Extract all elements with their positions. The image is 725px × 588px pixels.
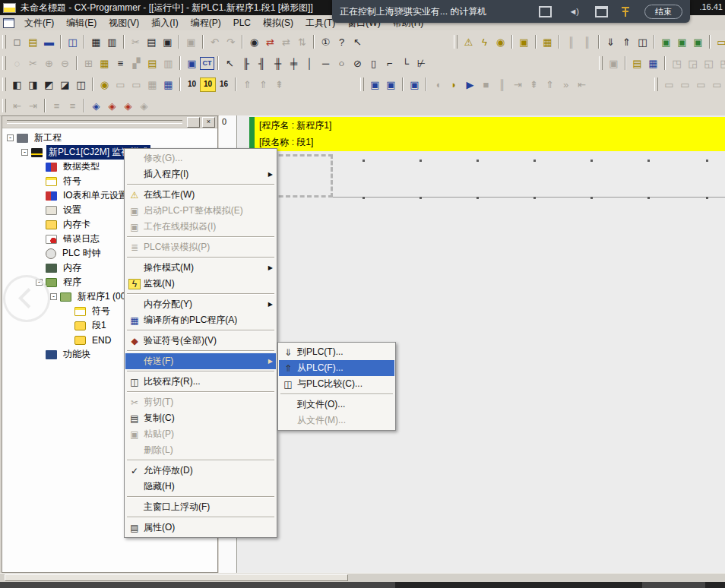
window-split-icon[interactable]: ◫ [73, 77, 89, 93]
address-ref-icon[interactable]: ≡ [112, 55, 128, 71]
menu-item-from-file[interactable]: 从文件(M)... [279, 413, 394, 428]
menu-item-compare-with-plc[interactable]: ◫与PLC比较(C)... [279, 376, 394, 392]
menu-item-verify-symbols-all[interactable]: ◆验证符号(全部)(V) [125, 333, 276, 349]
invert-icon[interactable]: ⌐ [381, 55, 397, 71]
io-table-icon[interactable]: ▭ [714, 34, 725, 50]
or-contact-nc-icon[interactable]: ╪ [286, 55, 302, 71]
menu-view[interactable]: 视图(V) [103, 17, 145, 30]
mini-4-icon[interactable]: ◰ [717, 55, 725, 71]
work-online-icon[interactable]: ⚠ [461, 34, 476, 50]
comment-list-icon[interactable]: ≡ [49, 98, 65, 114]
pause-a-icon[interactable]: ║ [563, 34, 579, 50]
menu-item-properties[interactable]: ▤属性(O) [125, 520, 276, 536]
menu-item-monitor[interactable]: ϟ监视(N) [125, 276, 276, 292]
rung-comment-block[interactable]: [程序名 : 新程序1] [段名称 : 段1] [255, 117, 725, 151]
watch-2-icon[interactable]: ◉ [97, 77, 112, 93]
upload-from-plc-icon[interactable]: ⇑ [619, 34, 635, 50]
contact-no-icon[interactable]: ╟ [238, 55, 254, 71]
find-replace-2-icon[interactable]: ⇄ [278, 34, 294, 50]
sim-settings-icon[interactable]: ▣ [407, 77, 423, 93]
far-right-4-icon[interactable]: ▭ [709, 77, 725, 93]
menu-item-float-on-main-window[interactable]: 主窗口上浮动(F) [125, 499, 276, 515]
decimal-icon[interactable]: 10 [184, 77, 200, 93]
diff-b-icon[interactable]: ◈ [104, 98, 120, 114]
find-online-icon[interactable]: ◉ [492, 34, 508, 50]
menu-item-delete[interactable]: 删除(L) [125, 442, 276, 458]
redo-icon[interactable]: ↷ [223, 34, 239, 50]
step-run-icon[interactable]: ⇥ [510, 77, 526, 93]
new-file-icon[interactable]: □ [9, 34, 25, 50]
panel-menu-button[interactable] [187, 117, 200, 128]
diff-a-icon[interactable]: ◈ [88, 98, 104, 114]
signed-decimal-icon[interactable]: 10 [200, 77, 216, 92]
menu-plc[interactable]: PLC [227, 17, 257, 28]
online-edit-icon[interactable]: ▣ [516, 34, 532, 50]
cut-icon[interactable]: ✂ [128, 34, 144, 50]
rung-wrap-icon[interactable]: ≡ [65, 98, 81, 114]
copy-icon[interactable]: ▤ [144, 34, 160, 50]
window-toggle-icon[interactable] [595, 6, 608, 17]
hexadecimal-icon[interactable]: 16 [216, 77, 232, 93]
replace-icon[interactable]: ⇄ [262, 34, 278, 50]
open-file-icon[interactable]: ▤ [25, 34, 41, 50]
step-out-icon[interactable]: ⇑ [542, 77, 558, 93]
far-right-1-icon[interactable]: ▭ [661, 77, 677, 93]
online-a-icon[interactable]: ▣ [658, 34, 674, 50]
undo-icon[interactable]: ↶ [207, 34, 223, 50]
window-cascade-icon[interactable]: ◧ [9, 77, 25, 93]
panel-close-button[interactable]: × [202, 117, 215, 128]
save-icon[interactable]: ▬ [41, 34, 57, 50]
menu-item-plc-error-simulation[interactable]: ≣PLC错误模拟(P) [125, 239, 276, 255]
monitor-pair-icon[interactable]: ▞ [128, 55, 144, 71]
cross-reference-icon[interactable]: CT [200, 57, 214, 70]
pause-b-icon[interactable]: ║ [579, 34, 595, 50]
sim-mode-icon[interactable]: ▣ [383, 77, 399, 93]
coil-nc-icon[interactable]: ⊘ [350, 55, 366, 71]
pin-icon[interactable] [625, 7, 626, 17]
mem-grid-icon[interactable]: ▦ [144, 77, 160, 93]
toolbar-grip[interactable] [2, 77, 6, 91]
paste-icon[interactable]: ▣ [160, 34, 176, 50]
diff-d-icon[interactable]: ◈ [136, 98, 152, 114]
continuous-step-icon[interactable]: » [558, 77, 574, 93]
menu-item-modify[interactable]: 修改(G)... [125, 150, 276, 166]
sim-run-icon[interactable]: ▶ [462, 77, 478, 93]
menu-item-from-plc[interactable]: ⇑从PLC(F)... [279, 360, 394, 376]
mnemonic-view-icon[interactable]: ▥ [160, 55, 176, 71]
menu-item-cut[interactable]: ✂剪切(T) [125, 394, 276, 410]
far-right-3-icon[interactable]: ▭ [693, 77, 709, 93]
window-arrange-icon[interactable]: ◪ [57, 77, 73, 93]
compare-programs-icon[interactable]: ◫ [65, 34, 81, 50]
line-connect-icon[interactable]: └ [397, 55, 413, 71]
line-delete-icon[interactable]: ⊬ [413, 55, 429, 71]
style-indent-icon[interactable]: ⇤ [9, 98, 25, 114]
online-c-icon[interactable]: ▣ [690, 34, 706, 50]
menu-item-hide[interactable]: 隐藏(H) [125, 479, 276, 495]
horizontal-scrollbar[interactable] [0, 573, 725, 582]
instruction-box-icon[interactable]: ▯ [366, 55, 381, 71]
online-b-icon[interactable]: ▣ [674, 34, 690, 50]
mini-3-icon[interactable]: ◱ [701, 55, 717, 71]
vertical-line-icon[interactable]: │ [302, 55, 318, 71]
menu-item-transfer[interactable]: 传送(F)▶ [125, 353, 276, 369]
zoom-select-icon[interactable]: ◌ [9, 55, 25, 71]
toolbar-grip[interactable] [654, 77, 658, 91]
toolbar-grip[interactable] [2, 56, 6, 70]
monitor-mode-icon[interactable]: ϟ [476, 34, 492, 50]
far-right-2-icon[interactable]: ▭ [677, 77, 693, 93]
menu-file[interactable]: 文件(F) [18, 17, 60, 30]
run-to-cursor-icon[interactable]: ⇤ [574, 77, 590, 93]
watch-window-icon[interactable]: ▣ [184, 55, 200, 71]
menu-item-to-plc[interactable]: ⇓到PLC(T)... [279, 344, 394, 360]
menu-simulation[interactable]: 模拟(S) [257, 17, 299, 30]
grid-toggle-icon[interactable]: ⊞ [81, 55, 97, 71]
find-icon[interactable]: ◉ [246, 34, 262, 50]
panel-grip[interactable] [7, 120, 182, 124]
menu-item-allow-docking[interactable]: ✓允许停放(D) [125, 463, 276, 479]
or-contact-no-icon[interactable]: ╫ [270, 55, 286, 71]
zoom-out-icon[interactable]: ⊖ [57, 55, 73, 71]
speaker-icon[interactable]: ◄) [568, 7, 578, 16]
toolbar-grip[interactable] [599, 56, 603, 70]
diff-c-icon[interactable]: ◈ [120, 98, 136, 114]
toolbar-grip[interactable] [2, 35, 6, 49]
